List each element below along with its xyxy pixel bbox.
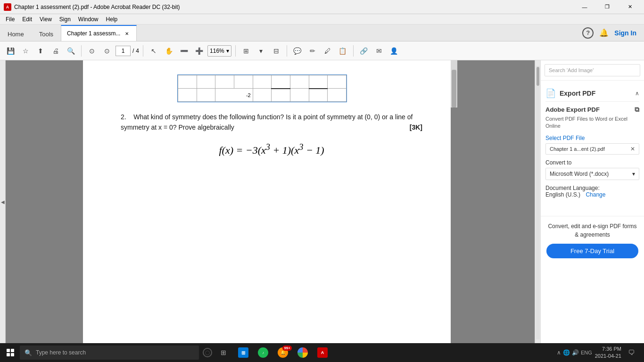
pdf-file-chip: Chapter 1 a...ent (2).pdf ✕ [545,143,639,155]
tray-speaker-icon[interactable]: 🔊 [572,349,579,356]
clock-date: 2021-04-21 [595,353,621,360]
search-add-image-input[interactable]: Search 'Add Image' [545,64,640,76]
menu-edit[interactable]: Edit [18,15,36,24]
toolbar-separator-5 [353,45,354,57]
toolbar-fit-page-button[interactable]: ⊞ [239,44,253,58]
taskbar-app-notification[interactable]: 🔔 99+ [273,343,292,362]
sign-in-button[interactable]: Sign In [614,29,636,37]
zoom-dropdown-icon: ▾ [226,48,229,54]
notification-center-button[interactable]: 🗨 [624,344,638,361]
toolbar-upload-button[interactable]: ⬆ [34,44,47,58]
convert-to-select[interactable]: Microsoft Word (*.docx) ▾ [545,168,639,180]
tray-network-icon[interactable]: 🌐 [563,349,570,356]
title-left: A Chapter 1 assessment (2).pdf - Adobe A… [4,3,180,11]
left-panel-toggle[interactable]: ◀ [0,60,6,343]
adobe-export-title: Adobe Export PDF ⧉ [545,106,639,114]
toolbar-prev-page-button[interactable]: ⊙ [85,44,99,58]
tab-home[interactable]: Home [0,27,32,41]
question-marks: [3K] [410,122,422,132]
toolbar-fit-dropdown[interactable]: ▾ [255,44,268,58]
adobe-export-section: Adobe Export PDF ⧉ Convert PDF Files to … [545,102,639,202]
taskbar-app-spotify[interactable]: ♪ [254,343,272,362]
toolbar-select-tool[interactable]: ↖ [147,44,160,58]
help-icon[interactable]: ? [582,27,594,39]
select-pdf-label: Select PDF File [545,135,639,141]
grid-row-1 [178,75,347,89]
restore-button[interactable]: ❐ [597,2,618,12]
menu-view[interactable]: View [36,15,56,24]
start-button[interactable] [2,344,19,361]
cortana-icon: ◯ [203,348,212,357]
toolbar-highlight-button[interactable]: 🖊 [321,44,334,58]
taskbar-search-icon: 🔍 [25,349,32,356]
window-title: Chapter 1 assessment (2).pdf - Adobe Acr… [14,4,180,10]
right-panel: Search 'Add Image' 📄 Export PDF ∧ Adobe … [540,60,644,343]
doc-lang-change-link[interactable]: Change [586,191,605,198]
toolbar-separator-4 [287,45,287,57]
taskbar-app-store[interactable]: ⊞ [234,343,253,362]
toolbar-hand-tool[interactable]: ✋ [162,44,175,58]
taskbar-time[interactable]: 7:36 PM 2021-04-21 [595,346,621,360]
toolbar-pencil-button[interactable]: ✏ [306,44,319,58]
close-button[interactable]: ✕ [619,2,640,12]
toolbar-measure-button[interactable]: ⊟ [270,44,283,58]
task-view-button[interactable]: ⊞ [215,344,232,361]
app-icon: A [4,3,11,11]
toolbar-zoom-in-button[interactable]: ➕ [192,44,206,58]
toolbar-separator-1 [81,45,82,57]
taskbar-search-bar[interactable]: 🔍 Type here to search [20,346,199,360]
notifications-icon[interactable]: 🔔 [599,28,609,37]
grid-row-2: -2 [178,89,347,102]
toolbar-separator-2 [143,45,143,57]
tray-expand-icon[interactable]: ∧ [557,349,561,356]
convert-to-value: Microsoft Word (*.docx) [550,171,609,177]
tab-close-button[interactable]: ✕ [123,30,131,37]
system-tray: ∧ 🌐 🔊 ENG [557,349,592,356]
promo-text: Convert, edit and e-sign PDF forms & agr… [546,222,638,239]
window-controls: — ❐ ✕ [574,2,640,12]
export-pdf-collapse-button[interactable]: ∧ [635,90,639,97]
cortana-button[interactable]: ◯ [200,345,215,360]
left-arrow-icon: ◀ [1,199,5,205]
menu-sign[interactable]: Sign [56,15,74,24]
taskbar: 🔍 Type here to search ◯ ⊞ ⊞ ♪ 🔔 99+ [0,343,644,362]
title-bar: A Chapter 1 assessment (2).pdf - Adobe A… [0,0,644,14]
free-trial-button[interactable]: Free 7-Day Trial [546,244,638,258]
toolbar-next-page-button[interactable]: ⊙ [100,44,114,58]
acrobat-icon: A [317,347,328,358]
tab-active-pdf[interactable]: Chapter 1 assessm... ✕ [61,25,137,41]
menu-file[interactable]: File [2,15,18,24]
toolbar-user-button[interactable]: 👤 [388,44,401,58]
toolbar-zoom-out-button[interactable]: ➖ [177,44,190,58]
notification-icon: 🔔 99+ [278,347,288,358]
chrome-icon [297,347,308,358]
toolbar-email-button[interactable]: ✉ [372,44,386,58]
menu-window[interactable]: Window [74,15,102,24]
taskbar-app-acrobat[interactable]: A [313,343,332,362]
pdf-scrollbar[interactable] [451,60,457,107]
menu-help[interactable]: Help [102,15,122,24]
taskbar-app-chrome[interactable] [293,343,312,362]
math-formula: f(x) = −3(x3 + 1)(x3 − 1) [121,142,422,156]
toolbar-search-button[interactable]: 🔍 [64,44,77,58]
toolbar-print-button[interactable]: 🖨 [49,44,62,58]
toolbar-stamp-button[interactable]: 📋 [336,44,349,58]
toolbar-bookmark-button[interactable]: ☆ [19,44,32,58]
doc-lang-label: Document Language: [545,185,600,191]
tray-language-icon[interactable]: ENG [581,350,592,355]
minimize-button[interactable]: — [574,2,595,12]
question-number: 2. [121,113,132,121]
zoom-selector[interactable]: 116% ▾ [207,45,231,57]
toolbar-comment-button[interactable]: 💬 [291,44,304,58]
export-pdf-section: 📄 Export PDF ∧ Adobe Export PDF ⧉ Conver… [541,81,644,206]
chip-close-button[interactable]: ✕ [630,146,635,152]
page-number-input[interactable]: 1 [116,46,131,56]
tab-tools[interactable]: Tools [32,27,61,41]
adobe-export-desc: Convert PDF Files to Word or Excel Onlin… [545,115,639,130]
pdf-area: -2 2. What kind of symmetry does the fol… [6,60,535,343]
scroll-thumb[interactable] [452,70,456,107]
toolbar-save-button[interactable]: 💾 [4,44,17,58]
start-icon [7,349,14,356]
toolbar-share-button[interactable]: 🔗 [357,44,371,58]
page-separator: / [132,48,134,54]
